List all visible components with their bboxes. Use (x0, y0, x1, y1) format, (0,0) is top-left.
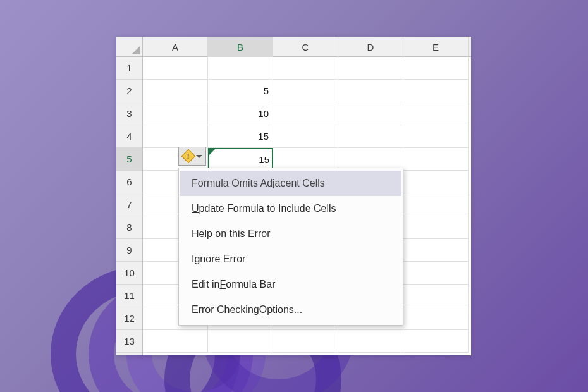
cell-C4[interactable] (273, 125, 338, 148)
cell-E7[interactable] (403, 193, 469, 216)
cell-D1[interactable] (338, 57, 403, 80)
error-smart-tag-button[interactable] (178, 147, 206, 166)
cell-A3[interactable] (143, 102, 208, 125)
cell-C2[interactable] (273, 80, 338, 102)
row-header-5[interactable]: 5 (116, 148, 142, 171)
spreadsheet-window: ABCDE 12345678910111213 5101515 Formula … (116, 37, 471, 355)
row-headers: 12345678910111213 (116, 57, 143, 355)
cell-B13[interactable] (208, 330, 273, 353)
row-header-9[interactable]: 9 (116, 239, 142, 262)
cell-D3[interactable] (338, 102, 403, 125)
cell-D2[interactable] (338, 80, 403, 102)
cell-E4[interactable] (403, 125, 469, 148)
cell-D13[interactable] (338, 330, 403, 353)
row-header-7[interactable]: 7 (116, 193, 142, 216)
cell-A2[interactable] (143, 80, 208, 102)
row-header-3[interactable]: 3 (116, 102, 142, 125)
error-context-menu: Formula Omits Adjacent CellsUpdate Formu… (178, 168, 403, 326)
row-header-11[interactable]: 11 (116, 285, 142, 307)
grid-row: 10 (143, 102, 471, 125)
cell-E11[interactable] (403, 285, 469, 307)
cell-E1[interactable] (403, 57, 469, 80)
col-header-C[interactable]: C (273, 37, 338, 57)
menu-item[interactable]: Ignore Error (180, 247, 401, 272)
menu-item[interactable]: Error Checking Options... (180, 297, 401, 322)
cell-A4[interactable] (143, 125, 208, 148)
col-header-D[interactable]: D (338, 37, 403, 57)
row-header-12[interactable]: 12 (116, 307, 142, 330)
menu-item[interactable]: Formula Omits Adjacent Cells (180, 171, 401, 196)
chevron-down-icon (196, 155, 202, 158)
col-header-E[interactable]: E (403, 37, 469, 57)
grid-row (143, 330, 471, 353)
row-header-2[interactable]: 2 (116, 80, 142, 102)
warning-icon (183, 150, 194, 162)
column-headers: ABCDE (143, 37, 471, 57)
cell-C1[interactable] (273, 57, 338, 80)
cell-E6[interactable] (403, 171, 469, 193)
cell-A1[interactable] (143, 57, 208, 80)
menu-item[interactable]: Update Formula to Include Cells (180, 196, 401, 221)
row-header-10[interactable]: 10 (116, 262, 142, 285)
row-header-1[interactable]: 1 (116, 57, 142, 80)
select-all-cell[interactable] (116, 37, 143, 57)
cell-B1[interactable] (208, 57, 273, 80)
grid-row: 5 (143, 80, 471, 102)
cell-D4[interactable] (338, 125, 403, 148)
grid-row (143, 57, 471, 80)
grid-row: 15 (143, 125, 471, 148)
cell-E12[interactable] (403, 307, 469, 330)
row-header-4[interactable]: 4 (116, 125, 142, 148)
menu-item[interactable]: Help on this Error (180, 221, 401, 247)
cell-B2[interactable]: 5 (208, 80, 273, 102)
row-header-8[interactable]: 8 (116, 216, 142, 239)
col-header-A[interactable]: A (143, 37, 208, 57)
cell-A13[interactable] (143, 330, 208, 353)
cell-E8[interactable] (403, 216, 469, 239)
menu-item[interactable]: Edit in Formula Bar (180, 272, 401, 297)
cell-E5[interactable] (403, 148, 469, 171)
cell-E2[interactable] (403, 80, 469, 102)
row-header-13[interactable]: 13 (116, 330, 142, 353)
cell-E13[interactable] (403, 330, 469, 353)
cell-E3[interactable] (403, 102, 469, 125)
col-header-B[interactable]: B (208, 37, 273, 57)
cell-B3[interactable]: 10 (208, 102, 273, 125)
cell-B4[interactable]: 15 (208, 125, 273, 148)
cell-C3[interactable] (273, 102, 338, 125)
cell-E9[interactable] (403, 239, 469, 262)
cell-C13[interactable] (273, 330, 338, 353)
row-header-6[interactable]: 6 (116, 171, 142, 193)
error-indicator-icon (209, 149, 215, 155)
cell-E10[interactable] (403, 262, 469, 285)
